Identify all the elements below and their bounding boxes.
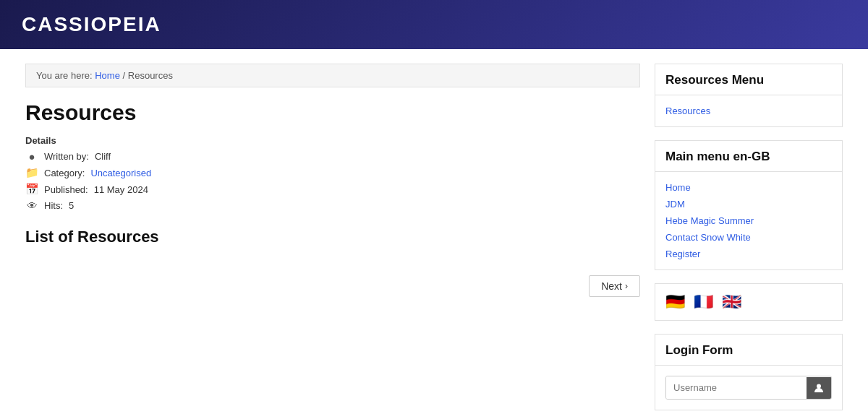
published-value: 11 May 2024 <box>94 184 148 195</box>
breadcrumb-separator: / <box>123 70 126 81</box>
username-icon <box>807 377 831 399</box>
category-label: Category: <box>44 168 85 178</box>
published-row: 📅 Published: 11 May 2024 <box>25 183 640 196</box>
person-icon: ● <box>25 150 38 163</box>
breadcrumb-home-link[interactable]: Home <box>95 70 120 81</box>
language-flags: 🇩🇪 🇫🇷 🇬🇧 <box>655 284 842 320</box>
chevron-right-icon: › <box>625 281 628 291</box>
flag-german[interactable]: 🇩🇪 <box>665 293 685 311</box>
username-input[interactable] <box>666 376 807 399</box>
category-icon: 📁 <box>25 166 38 179</box>
site-title: CASSIOPEIA <box>22 13 161 35</box>
username-input-row <box>665 376 832 400</box>
header: CASSIOPEIA <box>0 0 868 49</box>
flag-english[interactable]: 🇬🇧 <box>722 293 741 311</box>
login-form-box: Login Form <box>655 334 843 410</box>
page-container: You are here: Home / Resources Resources… <box>14 49 854 414</box>
hits-icon: 👁 <box>25 199 38 212</box>
next-btn-area: Next › <box>25 275 640 311</box>
page-title: Resources <box>25 100 640 125</box>
category-row: 📁 Category: Uncategorised <box>25 166 640 179</box>
hits-label: Hits: <box>44 200 63 211</box>
flag-french[interactable]: 🇫🇷 <box>694 293 713 311</box>
breadcrumb-current: Resources <box>128 70 173 81</box>
language-box: 🇩🇪 🇫🇷 🇬🇧 <box>655 283 843 321</box>
hits-value: 5 <box>69 200 74 211</box>
main-menu-box: Main menu en-GB Home JDM Hebe Magic Summ… <box>655 140 843 270</box>
hits-row: 👁 Hits: 5 <box>25 199 640 212</box>
main-menu-content: Home JDM Hebe Magic Summer Contact Snow … <box>655 172 842 269</box>
main-menu-title: Main menu en-GB <box>655 141 842 172</box>
login-form-title: Login Form <box>655 335 842 366</box>
sidebar-item-register[interactable]: Register <box>665 246 832 262</box>
breadcrumb: You are here: Home / Resources <box>25 64 640 87</box>
sidebar-item-home[interactable]: Home <box>665 179 832 196</box>
calendar-icon: 📅 <box>25 183 38 196</box>
written-by-value: Cliff <box>95 151 111 162</box>
next-button-label: Next <box>601 280 622 292</box>
sidebar-item-jdm[interactable]: JDM <box>665 196 832 212</box>
resources-menu-title: Resources Menu <box>655 64 842 95</box>
category-value-link[interactable]: Uncategorised <box>90 168 151 178</box>
written-by-row: ● Written by: Cliff <box>25 150 640 163</box>
sidebar: Resources Menu Resources Main menu en-GB… <box>655 64 843 414</box>
next-button[interactable]: Next › <box>589 275 640 297</box>
main-content: You are here: Home / Resources Resources… <box>25 64 640 414</box>
resources-menu-content: Resources <box>655 95 842 126</box>
login-form-content <box>655 366 842 410</box>
published-label: Published: <box>44 184 88 195</box>
sidebar-item-resources[interactable]: Resources <box>665 103 832 119</box>
sidebar-item-hebe[interactable]: Hebe Magic Summer <box>665 212 832 229</box>
details-label: Details <box>25 135 640 146</box>
breadcrumb-prefix: You are here: <box>36 70 93 81</box>
user-icon <box>814 383 824 393</box>
svg-point-0 <box>817 384 821 388</box>
written-by-label: Written by: <box>44 151 89 162</box>
sidebar-item-contact-snow-white[interactable]: Contact Snow White <box>665 229 832 246</box>
list-title: List of Resources <box>25 228 640 246</box>
resources-menu-box: Resources Menu Resources <box>655 64 843 127</box>
